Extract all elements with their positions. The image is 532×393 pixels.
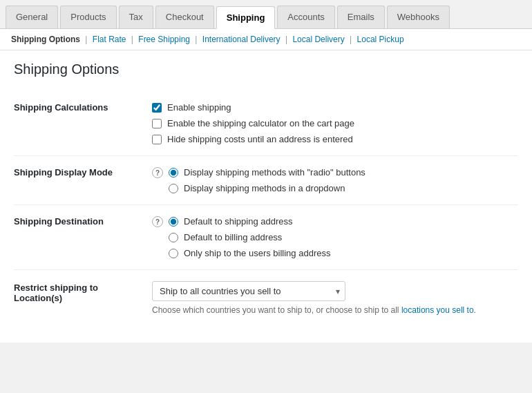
checkbox-hide-costs[interactable] [152,135,162,144]
help-icon-display-mode[interactable]: ? [152,167,163,178]
helper-link-locations[interactable]: locations you sell to. [401,305,476,315]
main-content: Shipping Options Shipping Calculations E… [0,50,532,343]
select-restrict-shipping[interactable]: Ship to all countries you sell to Ship t… [152,281,345,301]
tab-emails[interactable]: Emails [337,6,385,28]
settings-table: Shipping Calculations Enable shipping En… [14,91,518,326]
checkbox-row-enable-shipping: Enable shipping [152,102,518,113]
td-shipping-destination: ? Default to shipping address Default to… [152,205,518,270]
label-restrict-shipping: Restrict shipping to Location(s) [14,270,152,327]
checkbox-enable-shipping[interactable] [152,103,162,113]
checkbox-enable-calculator[interactable] [152,119,162,128]
radio-radio-buttons[interactable] [169,168,178,178]
sep3: | [195,35,197,44]
label-default-shipping[interactable]: Default to shipping address [184,216,293,227]
tab-accounts[interactable]: Accounts [277,6,334,28]
label-radio-buttons[interactable]: Display shipping methods with "radio" bu… [184,167,365,178]
sep5: | [350,35,352,44]
td-shipping-display-mode: ? Display shipping methods with "radio" … [152,156,518,205]
label-enable-shipping[interactable]: Enable shipping [167,102,231,113]
row-shipping-display-mode: Shipping Display Mode ? Display shipping… [14,156,518,205]
select-wrapper-restrict: Ship to all countries you sell to Ship t… [152,281,345,301]
subnav-flat-rate[interactable]: Flat Rate [93,35,126,44]
label-enable-calculator[interactable]: Enable the shipping calculator on the ca… [167,118,354,128]
label-shipping-calculations: Shipping Calculations [14,91,152,156]
help-icon-destination[interactable]: ? [152,216,163,227]
label-only-billing[interactable]: Only ship to the users billing address [184,248,330,258]
radio-default-billing[interactable] [169,233,178,242]
label-shipping-destination: Shipping Destination [14,205,152,270]
tab-shipping[interactable]: Shipping [216,6,276,29]
helper-text-content: Choose which countries you want to ship … [152,305,399,315]
page-title: Shipping Options [14,61,518,77]
td-shipping-calculations: Enable shipping Enable the shipping calc… [152,91,518,156]
subnav-international-delivery[interactable]: International Delivery [202,35,281,44]
radio-only-billing[interactable] [169,249,178,258]
radio-dropdown[interactable] [169,184,178,193]
sep1: | [85,35,87,44]
row-shipping-destination: Shipping Destination ? Default to shippi… [14,205,518,270]
radio-group-display-mode: Display shipping methods with "radio" bu… [169,167,365,193]
radio-default-shipping[interactable] [169,217,178,227]
subnav-prefix: Shipping Options [11,35,80,44]
checkbox-row-enable-calculator: Enable the shipping calculator on the ca… [152,118,518,128]
sep2: | [131,35,133,44]
td-restrict-shipping: Ship to all countries you sell to Ship t… [152,270,518,327]
subnav-free-shipping[interactable]: Free Shipping [138,35,190,44]
checkbox-row-hide-costs: Hide shipping costs until an address is … [152,134,518,144]
tab-webhooks[interactable]: Webhooks [387,6,450,28]
tab-general[interactable]: General [6,6,58,28]
radio-row-radio-buttons: Display shipping methods with "radio" bu… [169,167,365,178]
helper-text-restrict: Choose which countries you want to ship … [152,305,518,315]
tab-tax[interactable]: Tax [119,6,153,28]
subnav-local-pickup[interactable]: Local Pickup [357,35,404,44]
label-shipping-display-mode: Shipping Display Mode [14,156,152,205]
tab-checkout[interactable]: Checkout [155,6,214,28]
radio-row-only-billing: Only ship to the users billing address [169,248,330,258]
tab-products[interactable]: Products [60,6,116,28]
row-restrict-shipping: Restrict shipping to Location(s) Ship to… [14,270,518,327]
sep4: | [285,35,287,44]
label-default-billing[interactable]: Default to billing address [184,232,282,242]
tab-bar: General Products Tax Checkout Shipping A… [0,0,532,29]
radio-row-dropdown: Display shipping methods in a dropdown [169,183,365,193]
radio-group-destination: Default to shipping address Default to b… [169,216,330,258]
label-hide-costs[interactable]: Hide shipping costs until an address is … [167,134,353,144]
radio-row-default-billing: Default to billing address [169,232,330,242]
subnav-local-delivery[interactable]: Local Delivery [292,35,344,44]
row-shipping-calculations: Shipping Calculations Enable shipping En… [14,91,518,156]
label-dropdown[interactable]: Display shipping methods in a dropdown [184,183,345,193]
radio-row-default-shipping: Default to shipping address [169,216,330,227]
sub-nav: Shipping Options | Flat Rate | Free Ship… [0,29,532,50]
